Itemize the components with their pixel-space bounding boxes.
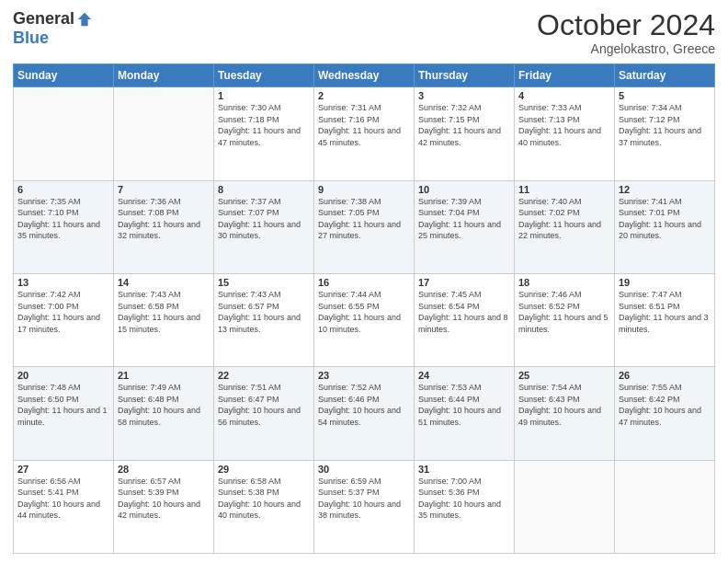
day-info: Sunrise: 7:46 AMSunset: 6:52 PMDaylight:…: [518, 289, 610, 335]
calendar-cell: 6Sunrise: 7:35 AMSunset: 7:10 PMDaylight…: [14, 180, 114, 273]
calendar-cell: 17Sunrise: 7:45 AMSunset: 6:54 PMDayligh…: [415, 273, 515, 366]
day-info: Sunrise: 7:30 AMSunset: 7:18 PMDaylight:…: [218, 102, 310, 148]
day-number: 16: [318, 277, 410, 288]
day-info: Sunrise: 7:42 AMSunset: 7:00 PMDaylight:…: [17, 289, 109, 335]
calendar-cell: 29Sunrise: 6:58 AMSunset: 5:38 PMDayligh…: [214, 460, 314, 553]
day-number: 21: [118, 370, 210, 381]
calendar-cell: 25Sunrise: 7:54 AMSunset: 6:43 PMDayligh…: [515, 367, 615, 460]
calendar-cell: 16Sunrise: 7:44 AMSunset: 6:55 PMDayligh…: [314, 273, 415, 366]
day-info: Sunrise: 6:58 AMSunset: 5:38 PMDaylight:…: [218, 476, 310, 522]
day-number: 1: [218, 90, 310, 101]
calendar-cell: 30Sunrise: 6:59 AMSunset: 5:37 PMDayligh…: [314, 460, 415, 553]
day-number: 13: [17, 277, 109, 288]
calendar-cell: 31Sunrise: 7:00 AMSunset: 5:36 PMDayligh…: [415, 460, 515, 553]
day-info: Sunrise: 7:32 AMSunset: 7:15 PMDaylight:…: [418, 102, 510, 148]
svg-marker-0: [78, 12, 91, 25]
calendar-cell: 7Sunrise: 7:36 AMSunset: 7:08 PMDaylight…: [114, 180, 214, 273]
calendar-cell: 13Sunrise: 7:42 AMSunset: 7:00 PMDayligh…: [14, 273, 114, 366]
day-info: Sunrise: 6:56 AMSunset: 5:41 PMDaylight:…: [17, 476, 109, 522]
location: Angelokastro, Greece: [537, 41, 715, 56]
calendar-cell: 5Sunrise: 7:34 AMSunset: 7:12 PMDaylight…: [615, 87, 715, 180]
day-info: Sunrise: 7:49 AMSunset: 6:48 PMDaylight:…: [118, 382, 210, 428]
month-title: October 2024: [537, 9, 715, 41]
col-header-wednesday: Wednesday: [314, 64, 415, 87]
day-number: 17: [418, 277, 510, 288]
col-header-saturday: Saturday: [615, 64, 715, 87]
day-info: Sunrise: 7:31 AMSunset: 7:16 PMDaylight:…: [318, 102, 410, 148]
day-number: 27: [17, 464, 109, 475]
day-info: Sunrise: 7:33 AMSunset: 7:13 PMDaylight:…: [518, 102, 610, 148]
day-info: Sunrise: 6:59 AMSunset: 5:37 PMDaylight:…: [318, 476, 410, 522]
day-number: 3: [418, 90, 510, 101]
calendar-week-row: 1Sunrise: 7:30 AMSunset: 7:18 PMDaylight…: [14, 87, 715, 180]
calendar-table: SundayMondayTuesdayWednesdayThursdayFrid…: [13, 63, 715, 554]
col-header-monday: Monday: [114, 64, 214, 87]
calendar-cell: 10Sunrise: 7:39 AMSunset: 7:04 PMDayligh…: [415, 180, 515, 273]
day-number: 19: [619, 277, 711, 288]
day-number: 10: [418, 184, 510, 195]
day-info: Sunrise: 7:41 AMSunset: 7:01 PMDaylight:…: [619, 196, 711, 242]
day-info: Sunrise: 7:35 AMSunset: 7:10 PMDaylight:…: [17, 196, 109, 242]
day-number: 4: [518, 90, 610, 101]
calendar-cell: 14Sunrise: 7:43 AMSunset: 6:58 PMDayligh…: [114, 273, 214, 366]
day-number: 8: [218, 184, 310, 195]
day-info: Sunrise: 7:36 AMSunset: 7:08 PMDaylight:…: [118, 196, 210, 242]
calendar-cell: 23Sunrise: 7:52 AMSunset: 6:46 PMDayligh…: [314, 367, 415, 460]
calendar-cell: 12Sunrise: 7:41 AMSunset: 7:01 PMDayligh…: [615, 180, 715, 273]
day-number: 25: [518, 370, 610, 381]
day-number: 9: [318, 184, 410, 195]
logo: General Blue: [13, 9, 93, 48]
day-info: Sunrise: 7:00 AMSunset: 5:36 PMDaylight:…: [418, 476, 510, 522]
logo-icon: [76, 11, 93, 28]
col-header-tuesday: Tuesday: [214, 64, 314, 87]
calendar-cell: 22Sunrise: 7:51 AMSunset: 6:47 PMDayligh…: [214, 367, 314, 460]
header: General Blue October 2024 Angelokastro, …: [13, 9, 715, 56]
calendar-cell: 4Sunrise: 7:33 AMSunset: 7:13 PMDaylight…: [515, 87, 615, 180]
calendar-cell: 21Sunrise: 7:49 AMSunset: 6:48 PMDayligh…: [114, 367, 214, 460]
calendar-cell: [114, 87, 214, 180]
calendar-cell: [14, 87, 114, 180]
day-number: 28: [118, 464, 210, 475]
col-header-thursday: Thursday: [415, 64, 515, 87]
day-info: Sunrise: 7:54 AMSunset: 6:43 PMDaylight:…: [518, 382, 610, 428]
calendar-week-row: 20Sunrise: 7:48 AMSunset: 6:50 PMDayligh…: [14, 367, 715, 460]
calendar-cell: 24Sunrise: 7:53 AMSunset: 6:44 PMDayligh…: [415, 367, 515, 460]
day-number: 11: [518, 184, 610, 195]
calendar-cell: 27Sunrise: 6:56 AMSunset: 5:41 PMDayligh…: [14, 460, 114, 553]
day-info: Sunrise: 7:48 AMSunset: 6:50 PMDaylight:…: [17, 382, 109, 428]
day-number: 2: [318, 90, 410, 101]
day-number: 6: [17, 184, 109, 195]
day-number: 20: [17, 370, 109, 381]
calendar-cell: 28Sunrise: 6:57 AMSunset: 5:39 PMDayligh…: [114, 460, 214, 553]
day-number: 5: [619, 90, 711, 101]
day-number: 14: [118, 277, 210, 288]
day-info: Sunrise: 7:43 AMSunset: 6:58 PMDaylight:…: [118, 289, 210, 335]
day-number: 24: [418, 370, 510, 381]
col-header-sunday: Sunday: [14, 64, 114, 87]
day-number: 30: [318, 464, 410, 475]
day-info: Sunrise: 7:34 AMSunset: 7:12 PMDaylight:…: [619, 102, 711, 148]
day-info: Sunrise: 7:38 AMSunset: 7:05 PMDaylight:…: [318, 196, 410, 242]
day-number: 31: [418, 464, 510, 475]
calendar-cell: 11Sunrise: 7:40 AMSunset: 7:02 PMDayligh…: [515, 180, 615, 273]
day-info: Sunrise: 7:44 AMSunset: 6:55 PMDaylight:…: [318, 289, 410, 335]
calendar-cell: [615, 460, 715, 553]
calendar-cell: 26Sunrise: 7:55 AMSunset: 6:42 PMDayligh…: [615, 367, 715, 460]
calendar-week-row: 27Sunrise: 6:56 AMSunset: 5:41 PMDayligh…: [14, 460, 715, 553]
calendar-header-row: SundayMondayTuesdayWednesdayThursdayFrid…: [14, 64, 715, 87]
calendar-cell: 2Sunrise: 7:31 AMSunset: 7:16 PMDaylight…: [314, 87, 415, 180]
col-header-friday: Friday: [515, 64, 615, 87]
day-info: Sunrise: 7:37 AMSunset: 7:07 PMDaylight:…: [218, 196, 310, 242]
page: General Blue October 2024 Angelokastro, …: [0, 0, 728, 563]
day-info: Sunrise: 7:55 AMSunset: 6:42 PMDaylight:…: [619, 382, 711, 428]
calendar-cell: 20Sunrise: 7:48 AMSunset: 6:50 PMDayligh…: [14, 367, 114, 460]
day-number: 15: [218, 277, 310, 288]
day-number: 18: [518, 277, 610, 288]
day-number: 26: [619, 370, 711, 381]
day-info: Sunrise: 7:40 AMSunset: 7:02 PMDaylight:…: [518, 196, 610, 242]
title-block: October 2024 Angelokastro, Greece: [537, 9, 715, 56]
calendar-week-row: 13Sunrise: 7:42 AMSunset: 7:00 PMDayligh…: [14, 273, 715, 366]
day-number: 22: [218, 370, 310, 381]
day-number: 7: [118, 184, 210, 195]
day-number: 29: [218, 464, 310, 475]
